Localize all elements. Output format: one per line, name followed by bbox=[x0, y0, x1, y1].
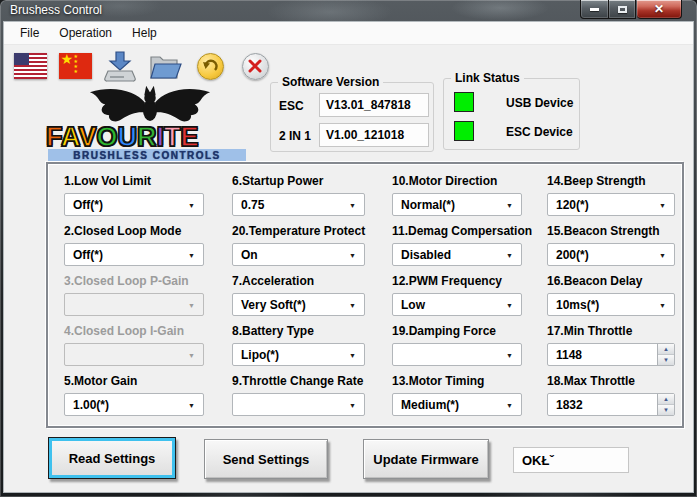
logo-letter: T bbox=[164, 122, 181, 152]
open-file-button[interactable] bbox=[147, 49, 183, 83]
field-throttle-change-rate: 9.Throttle Change Rate ▼ bbox=[232, 374, 365, 424]
field-low-vol-limit: 1.Low Vol Limit Off(*) ▼ bbox=[64, 174, 204, 224]
title-bar[interactable]: Brushess Control ✕ bbox=[0, 0, 697, 22]
battery-type-combobox[interactable]: Lipo(*) ▼ bbox=[232, 343, 365, 366]
usb-device-indicator bbox=[454, 92, 474, 112]
menu-file[interactable]: File bbox=[10, 23, 49, 43]
field-beacon-delay: 16.Beacon Delay 10ms(*) ▼ bbox=[547, 274, 675, 324]
field-temperature-protect: 20.Temperature Protect On ▼ bbox=[232, 224, 365, 274]
pwm-frequency-combobox[interactable]: Low ▼ bbox=[392, 293, 522, 316]
close-button[interactable]: ✕ bbox=[637, 0, 682, 19]
chevron-down-icon: ▼ bbox=[349, 352, 356, 359]
beacon-delay-combobox[interactable]: 10ms(*) ▼ bbox=[547, 293, 675, 316]
brand-logo: FAVOURITE BRUSHLESS CONTROLS bbox=[40, 82, 260, 162]
2in1-version-value: V1.00_121018 bbox=[319, 123, 429, 147]
read-settings-button[interactable]: Read Settings bbox=[48, 437, 176, 479]
status-textbox[interactable]: OKŁˇ bbox=[513, 447, 629, 473]
open-folder-icon bbox=[147, 49, 183, 83]
chevron-down-icon: ▼ bbox=[659, 302, 666, 309]
field-acceleration: 7.Acceleration Very Soft(*) ▼ bbox=[232, 274, 365, 324]
close-icon: ✕ bbox=[654, 3, 664, 15]
acceleration-combobox[interactable]: Very Soft(*) ▼ bbox=[232, 293, 365, 316]
startup-power-combobox[interactable]: 0.75 ▼ bbox=[232, 193, 365, 216]
minimize-button[interactable] bbox=[580, 0, 609, 19]
china-flag-icon: ★★ ★★ ★ bbox=[59, 53, 92, 79]
low-vol-limit-combobox[interactable]: Off(*) ▼ bbox=[64, 193, 204, 216]
software-version-group: Software Version ESC V13.01_847818 2 IN … bbox=[270, 82, 434, 152]
field-motor-direction: 10.Motor Direction Normal(*) ▼ bbox=[392, 174, 522, 224]
chevron-down-icon: ▼ bbox=[188, 252, 195, 259]
undo-arrow-icon bbox=[197, 53, 224, 80]
chevron-down-icon: ▼ bbox=[506, 202, 513, 209]
logo-letter: R bbox=[137, 122, 157, 152]
esc-device-label: ESC Device bbox=[506, 125, 573, 139]
spin-up-icon[interactable]: ▲ bbox=[658, 344, 674, 355]
esc-version-label: ESC bbox=[279, 99, 304, 113]
chevron-down-icon: ▼ bbox=[659, 252, 666, 259]
spin-down-icon[interactable]: ▼ bbox=[658, 405, 674, 415]
field-closed-loop-i-gain: 4.Closed Loop I-Gain ▼ bbox=[64, 324, 204, 374]
logo-letter: I bbox=[157, 122, 165, 152]
min-throttle-spinner[interactable]: 1148 ▲ ▼ bbox=[547, 343, 675, 366]
menu-help[interactable]: Help bbox=[122, 23, 167, 43]
undo-button[interactable] bbox=[192, 49, 228, 83]
field-max-throttle: 18.Max Throttle 1832 ▲ ▼ bbox=[547, 374, 675, 424]
chevron-down-icon: ▼ bbox=[506, 252, 513, 259]
link-status-title: Link Status bbox=[451, 71, 524, 85]
cancel-button[interactable] bbox=[237, 49, 273, 83]
software-version-title: Software Version bbox=[278, 75, 383, 89]
logo-letter: V bbox=[79, 122, 97, 152]
damping-force-combobox[interactable]: ▼ bbox=[392, 343, 522, 366]
motor-direction-combobox[interactable]: Normal(*) ▼ bbox=[392, 193, 522, 216]
chevron-down-icon: ▼ bbox=[188, 402, 195, 409]
chevron-down-icon: ▼ bbox=[506, 402, 513, 409]
field-closed-loop-p-gain: 3.Closed Loop P-Gain ▼ bbox=[64, 274, 204, 324]
usb-device-label: USB Device bbox=[506, 96, 573, 110]
menu-bar: File Operation Help bbox=[4, 22, 693, 45]
field-min-throttle: 17.Min Throttle 1148 ▲ ▼ bbox=[547, 324, 675, 374]
chevron-down-icon: ▼ bbox=[188, 352, 195, 359]
link-status-group: Link Status USB Device ESC Device bbox=[443, 78, 580, 150]
motor-gain-combobox[interactable]: 1.00(*) ▼ bbox=[64, 393, 204, 416]
spin-up-icon[interactable]: ▲ bbox=[658, 394, 674, 405]
beacon-strength-combobox[interactable]: 200(*) ▼ bbox=[547, 243, 675, 266]
temperature-protect-combobox[interactable]: On ▼ bbox=[232, 243, 365, 266]
logo-letter: F bbox=[46, 122, 61, 152]
logo-letter: E bbox=[181, 122, 199, 152]
beep-strength-combobox[interactable]: 120(*) ▼ bbox=[547, 193, 675, 216]
maximize-button[interactable] bbox=[609, 0, 636, 19]
logo-subtitle: BRUSHLESS CONTROLS bbox=[48, 149, 246, 162]
save-disk-icon bbox=[102, 49, 138, 83]
update-firmware-button[interactable]: Update Firmware bbox=[363, 439, 489, 479]
max-throttle-spinner[interactable]: 1832 ▲ ▼ bbox=[547, 393, 675, 416]
maximize-icon bbox=[618, 6, 627, 13]
client-area: File Operation Help ★★ ★★ ★ bbox=[4, 22, 693, 492]
esc-device-indicator bbox=[454, 121, 474, 141]
chinese-language-button[interactable]: ★★ ★★ ★ bbox=[57, 49, 93, 83]
chevron-down-icon: ▼ bbox=[188, 202, 195, 209]
closed-loop-mode-combobox[interactable]: Off(*) ▼ bbox=[64, 243, 204, 266]
us-flag-icon bbox=[14, 53, 47, 79]
demag-compersation-combobox[interactable]: Disabled ▼ bbox=[392, 243, 522, 266]
app-window: Brushess Control ✕ File Operation Help ★… bbox=[0, 0, 697, 497]
field-closed-loop-mode: 2.Closed Loop Mode Off(*) ▼ bbox=[64, 224, 204, 274]
cancel-x-icon bbox=[242, 53, 269, 80]
chevron-down-icon: ▼ bbox=[349, 402, 356, 409]
send-settings-button[interactable]: Send Settings bbox=[204, 439, 328, 479]
settings-column-3: 10.Motor Direction Normal(*) ▼ 11.Demag … bbox=[392, 174, 522, 424]
chevron-down-icon: ▼ bbox=[188, 302, 195, 309]
minimize-icon bbox=[590, 8, 599, 11]
english-language-button[interactable] bbox=[12, 49, 48, 83]
field-demag-compersation: 11.Demag Compersation Disabled ▼ bbox=[392, 224, 522, 274]
menu-operation[interactable]: Operation bbox=[49, 23, 122, 43]
save-settings-button[interactable] bbox=[102, 49, 138, 83]
field-startup-power: 6.Startup Power 0.75 ▼ bbox=[232, 174, 365, 224]
motor-timing-combobox[interactable]: Medium(*) ▼ bbox=[392, 393, 522, 416]
field-beep-strength: 14.Beep Strength 120(*) ▼ bbox=[547, 174, 675, 224]
throttle-change-rate-combobox[interactable]: ▼ bbox=[232, 393, 365, 416]
chevron-down-icon: ▼ bbox=[349, 202, 356, 209]
spin-down-icon[interactable]: ▼ bbox=[658, 355, 674, 365]
field-damping-force: 19.Damping Force ▼ bbox=[392, 324, 522, 374]
closed-loop-i-gain-combobox: ▼ bbox=[64, 343, 204, 366]
field-pwm-frequency: 12.PWM Frequency Low ▼ bbox=[392, 274, 522, 324]
